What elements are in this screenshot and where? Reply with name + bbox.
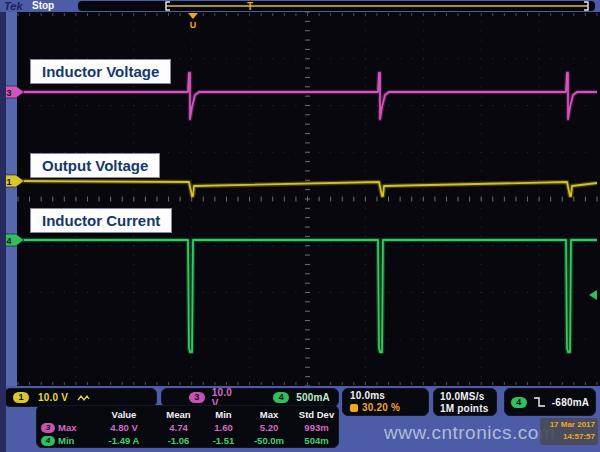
date: 17 Mar 2017: [543, 419, 595, 431]
readout-bar: 1 10.0 V 3 10.0 V 4 500mA 10.0ms 30.20 %…: [0, 386, 600, 452]
oscilloscope-screen: TU314 Tek Stop Inductor Voltage Output V…: [0, 0, 600, 452]
measurement-cell: 5.20: [245, 422, 293, 433]
acquisition-status: Stop: [32, 0, 54, 11]
trigger-level-marker: [589, 290, 597, 300]
measurement-cell: 4.80 V: [93, 422, 155, 433]
timebase-readout: 10.0ms 30.20 %: [342, 388, 429, 416]
measurement-cell: -1.51: [202, 435, 245, 446]
measurement-name: Min: [58, 435, 74, 446]
measurement-cell: 993m: [293, 422, 340, 433]
trigger-source-badge: 4: [511, 397, 527, 408]
acquisition-readout: 10.0MS/s 1M points: [433, 388, 497, 416]
measurement-cell: -1.49 A: [93, 435, 155, 446]
measurement-cell: -1.06: [155, 435, 202, 446]
ch4-badge: 4: [41, 436, 55, 446]
trigger-position-marker-icon: [188, 13, 198, 19]
measurement-cell: 4.74: [155, 422, 202, 433]
time: 14:57:57: [543, 431, 595, 443]
trace-label-inductor-voltage: Inductor Voltage: [30, 59, 171, 84]
svg-text:4: 4: [6, 236, 11, 246]
measurement-row-label: 3 Max: [37, 422, 93, 433]
ch1-coupling-icon: [77, 393, 90, 403]
falling-edge-icon: [533, 396, 546, 408]
svg-text:1: 1: [6, 177, 11, 187]
trigger-position: 30.20 %: [362, 402, 400, 414]
trigger-position-marker-label: U: [190, 20, 197, 30]
col-header-max: Max: [245, 409, 293, 420]
bezel-left-edge: [0, 12, 6, 452]
measurement-name: Max: [58, 422, 76, 433]
trigger-position-icon: [350, 404, 358, 412]
sample-rate: 10.0MS/s: [440, 391, 484, 402]
measurement-cell: 504m: [293, 435, 340, 446]
ch1-scale: 10.0 V: [38, 392, 68, 403]
ch3-badge: 3: [41, 423, 55, 433]
ch3-badge: 3: [189, 392, 205, 403]
bezel-left-strip: [6, 12, 17, 386]
col-header-value: Value: [93, 409, 155, 420]
ch4-scale: 500mA: [296, 392, 330, 403]
record-length: 1M points: [440, 403, 488, 414]
col-header-min: Min: [202, 409, 245, 420]
watermark: www.cntronics.com: [384, 422, 555, 444]
record-trigger-marker: T: [247, 1, 253, 12]
trace-label-output-voltage: Output Voltage: [30, 153, 160, 178]
ch1-badge: 1: [13, 392, 29, 403]
trace-label-inductor-current: Inductor Current: [30, 208, 172, 233]
trigger-level: -680mA: [552, 397, 589, 408]
datetime-box: 17 Mar 2017 14:57:57: [540, 418, 598, 445]
timebase-scale: 10.0ms: [350, 390, 385, 401]
col-header-stddev: Std Dev: [293, 409, 340, 420]
trace-glow-inductor-current: [18, 240, 597, 352]
measurement-cell: 1.60: [202, 422, 245, 433]
ch4-badge: 4: [273, 392, 289, 403]
trigger-readout: 4 -680mA: [504, 388, 596, 416]
measurement-cell: -50.0m: [245, 435, 293, 446]
measurement-row-label: 4 Min: [37, 435, 93, 446]
measurement-table: Value Mean Min Max Std Dev 3 Max 4.80 V …: [36, 405, 339, 448]
svg-text:3: 3: [6, 88, 11, 98]
col-header-mean: Mean: [155, 409, 202, 420]
tek-logo: Tek: [4, 0, 23, 12]
trace-inductor-current: [18, 240, 597, 352]
